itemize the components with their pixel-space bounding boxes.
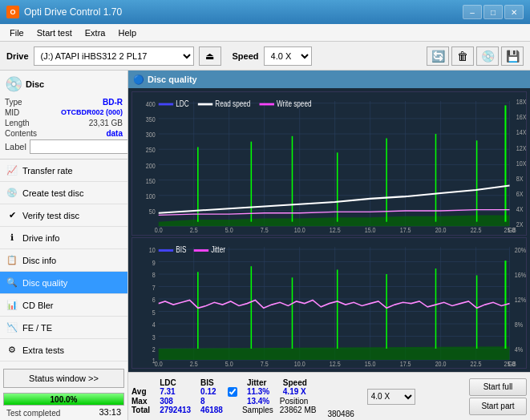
sidebar-item-cd-bler[interactable]: 📊 CD Bler [0, 294, 127, 317]
stats-table: LDC BIS Jitter Speed Avg 7.31 0.12 11.3% [131, 378, 318, 414]
max-bis: 8 [196, 397, 228, 406]
svg-text:100: 100 [146, 192, 156, 200]
disc-length-label: Length [5, 119, 30, 127]
sidebar-item-extra-tests[interactable]: ⚙ Extra tests [0, 339, 127, 361]
erase-button[interactable]: 🗑 [451, 46, 474, 66]
svg-text:22.5: 22.5 [471, 359, 482, 368]
menu-help[interactable]: Help [111, 26, 143, 39]
progress-bar-container: 100.0% [3, 393, 124, 406]
create-test-disc-icon: 💿 [6, 188, 18, 199]
burn-button[interactable]: 💿 [476, 46, 499, 66]
svg-text:9: 9 [152, 258, 156, 267]
eject-button[interactable]: ⏏ [199, 46, 221, 66]
disc-info-icon: 📋 [6, 255, 18, 266]
svg-text:8%: 8% [515, 320, 524, 329]
quality-header-title: Disc quality [148, 75, 197, 84]
svg-text:150: 150 [146, 176, 156, 185]
svg-text:GB: GB [508, 359, 516, 368]
svg-text:7.5: 7.5 [261, 359, 269, 368]
disc-panel-title: Disc [26, 79, 44, 89]
svg-text:5.0: 5.0 [225, 225, 233, 234]
total-ldc: 2792413 [155, 406, 196, 414]
svg-rect-0 [132, 92, 526, 235]
save-button[interactable]: 💾 [501, 46, 524, 66]
svg-text:250: 250 [146, 145, 156, 154]
sidebar-item-fe-te-label: FE / TE [22, 323, 52, 333]
speed-select[interactable]: 4.0 X 1.0 X 2.0 X 8.0 X [264, 46, 312, 66]
sidebar-item-create-test-disc-label: Create test disc [22, 188, 83, 198]
disc-type-value: BD-R [103, 98, 123, 107]
menu-start-test[interactable]: Start test [30, 26, 79, 39]
svg-rect-123 [194, 249, 208, 252]
app-title: Opti Drive Control 1.70 [24, 6, 122, 18]
sidebar-item-extra-tests-label: Extra tests [22, 345, 64, 355]
speed-dropdown-section: 4.0 X [367, 389, 415, 405]
svg-text:2X: 2X [516, 220, 524, 228]
sidebar-item-create-test-disc[interactable]: 💿 Create test disc [0, 182, 127, 204]
svg-text:Read speed: Read speed [215, 99, 250, 108]
svg-text:12%: 12% [515, 295, 526, 304]
avg-ldc: 7.31 [155, 387, 196, 397]
sidebar-item-fe-te[interactable]: 📉 FE / TE [0, 317, 127, 339]
svg-text:200: 200 [146, 160, 156, 169]
svg-rect-121 [159, 249, 173, 252]
sidebar-item-drive-info[interactable]: ℹ Drive info [0, 227, 127, 249]
svg-text:6: 6 [152, 295, 156, 304]
svg-text:16%: 16% [515, 270, 526, 279]
svg-text:2.5: 2.5 [190, 359, 198, 368]
svg-text:15.0: 15.0 [365, 225, 376, 234]
speed-dropdown[interactable]: 4.0 X [367, 389, 415, 405]
drive-info-icon: ℹ [6, 232, 18, 244]
sidebar-item-disc-info[interactable]: 📋 Disc info [0, 249, 127, 272]
drivebar: Drive (J:) ATAPI iHBS312 2 PL17 ⏏ Speed … [0, 42, 530, 71]
disc-label-row: Label ✎ [5, 139, 123, 154]
drive-label: Drive [6, 51, 29, 61]
status-text: Test completed [3, 409, 63, 418]
sidebar-item-disc-info-label: Disc info [22, 256, 56, 265]
close-button[interactable]: ✕ [504, 5, 524, 19]
svg-text:GB: GB [508, 225, 516, 234]
sidebar-item-disc-quality-label: Disc quality [22, 278, 67, 288]
svg-text:20.0: 20.0 [435, 225, 447, 234]
sidebar-item-disc-quality[interactable]: 🔍 Disc quality [0, 272, 127, 294]
avg-bis: 0.12 [196, 387, 228, 397]
chart1-container: 400 350 300 250 200 150 100 50 18X 16X 1… [131, 91, 527, 236]
svg-text:BIS: BIS [176, 244, 187, 255]
svg-text:4%: 4% [515, 345, 524, 353]
svg-text:7.5: 7.5 [261, 225, 269, 234]
sidebar-item-transfer-rate[interactable]: 📈 Transfer rate [0, 160, 127, 182]
status-window-button[interactable]: Status window >> [3, 369, 124, 388]
minimize-button[interactable]: – [463, 5, 482, 19]
svg-text:LDC: LDC [176, 99, 188, 108]
disc-contents-field: Contents data [5, 129, 123, 138]
charts-area: 400 350 300 250 200 150 100 50 18X 16X 1… [128, 88, 530, 372]
svg-text:18X: 18X [516, 97, 526, 106]
svg-text:50: 50 [149, 207, 156, 216]
svg-text:Jitter: Jitter [211, 244, 225, 255]
svg-text:10.0: 10.0 [294, 225, 305, 234]
svg-text:7: 7 [152, 283, 156, 292]
svg-text:10X: 10X [516, 159, 526, 168]
svg-text:10.0: 10.0 [294, 359, 305, 368]
sidebar-item-verify-test-disc[interactable]: ✔ Verify test disc [0, 204, 127, 227]
maximize-button[interactable]: □ [483, 5, 503, 19]
content-area: 🔵 Disc quality [128, 71, 530, 420]
total-bis: 46188 [196, 406, 228, 414]
disc-label-input[interactable] [30, 139, 128, 154]
sidebar: 💿 Disc Type BD-R MID OTCBDR002 (000) Len… [0, 71, 128, 420]
refresh-button[interactable]: 🔄 [427, 46, 449, 66]
menu-extra[interactable]: Extra [79, 26, 112, 39]
svg-marker-112 [159, 346, 510, 360]
sidebar-item-cd-bler-label: CD Bler [22, 301, 54, 310]
quality-header-icon: 🔵 [133, 75, 144, 85]
disc-length-value: 23,31 GB [89, 119, 123, 127]
app-icon: O [6, 6, 19, 18]
transfer-rate-icon: 📈 [6, 165, 18, 176]
menu-file[interactable]: File [3, 26, 30, 39]
start-part-button[interactable]: Start part [469, 398, 527, 415]
drive-select[interactable]: (J:) ATAPI iHBS312 2 PL17 [34, 46, 194, 66]
svg-text:0.0: 0.0 [155, 225, 163, 234]
start-full-button[interactable]: Start full [469, 378, 527, 396]
svg-text:2: 2 [152, 345, 156, 353]
jitter-checkbox[interactable] [228, 387, 237, 397]
